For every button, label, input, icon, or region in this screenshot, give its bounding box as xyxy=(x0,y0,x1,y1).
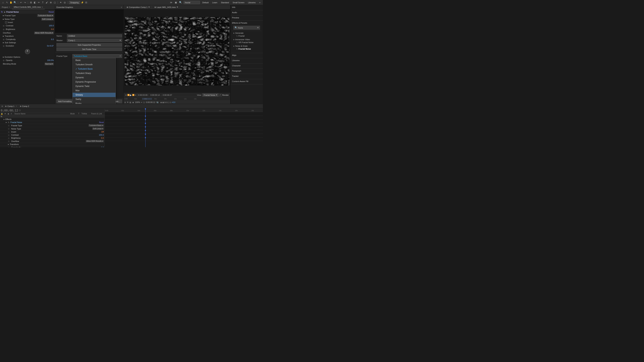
fractal-type-dropdown[interactable]: Turbulent Basic ▾ xyxy=(37,14,54,17)
menu-item-dynamic-progressive[interactable]: Dynamic Progressive xyxy=(72,80,116,84)
grid-icon[interactable]: ⊞ xyxy=(29,1,32,4)
view-icon-1[interactable]: ◉ xyxy=(160,101,162,103)
menu-item-dynamic[interactable]: Dynamic xyxy=(72,75,116,80)
audio-title[interactable]: Audio xyxy=(232,11,262,13)
zoom-icon[interactable]: 🔍 xyxy=(13,1,16,4)
tl-prop-icon-7[interactable]: ◎ xyxy=(8,146,10,147)
bottom-tab-comp1[interactable]: ◉ Comp 1 ≡ xyxy=(4,104,18,108)
transport-next[interactable]: ⏩ xyxy=(132,94,134,96)
clone-icon[interactable]: ⊕ xyxy=(49,1,52,4)
select-icon[interactable]: ↖ xyxy=(6,1,9,4)
workspace-libraries[interactable]: Libraries xyxy=(247,1,257,4)
expand-icon[interactable]: ≫ xyxy=(170,1,173,4)
contrast-value[interactable]: 100.0 xyxy=(49,24,54,27)
time-display[interactable]: 0;00;08;12 xyxy=(1,109,18,112)
bottom-expand-icon[interactable]: ≡ xyxy=(2,105,3,108)
effects-search-input[interactable] xyxy=(238,27,256,29)
fractal-expand-tl[interactable]: ▶ xyxy=(6,122,7,123)
eraser-icon[interactable]: ◻ xyxy=(53,1,56,4)
workspace-default[interactable]: Default xyxy=(201,1,210,4)
text-icon[interactable]: T xyxy=(41,1,44,4)
puppet-icon[interactable]: ✦ xyxy=(59,1,62,4)
opacity-value[interactable]: 100.0% xyxy=(47,59,54,61)
tl-prop-icon-5[interactable]: ◎ xyxy=(8,137,10,139)
workspace-smallscreen[interactable]: Small Screen xyxy=(232,1,245,4)
tl-contrast-val[interactable]: 100.0 xyxy=(99,134,104,136)
transport-icon-1[interactable]: ⊞ xyxy=(124,101,126,103)
solo-button[interactable]: Solo Supported Properties xyxy=(56,43,122,47)
menu-item-turbulent-sharp[interactable]: Turbulent Sharp xyxy=(72,71,116,75)
transform-expand-tl[interactable]: ▶ xyxy=(8,144,9,145)
menu-item-rocky[interactable]: Rocky xyxy=(72,101,116,104)
tl-prop-icon-6[interactable]: ◎ xyxy=(8,140,10,142)
project-tab-close[interactable]: ✕ xyxy=(9,6,10,8)
overflow-dropdown[interactable]: Allow HDR Results ▾ xyxy=(34,31,54,34)
mask-icon[interactable]: ◧ xyxy=(33,1,36,4)
effects-search-box[interactable]: 🔍 ✕ xyxy=(234,26,260,29)
evolution-value[interactable]: 0x+0.0° xyxy=(47,45,54,47)
tl-prop-icon-1[interactable]: ◎ xyxy=(8,124,10,126)
essential-graphics-menu[interactable]: ≡ xyxy=(121,6,122,8)
transport-cam-icon[interactable]: 📷 xyxy=(156,101,158,103)
tl-prop-icon-4[interactable]: ◎ xyxy=(8,134,10,136)
track-playhead[interactable] xyxy=(145,112,146,147)
view-icon-2[interactable]: ▣ xyxy=(162,101,164,103)
tree-item-fractal-noise[interactable]: fx Fractal Noise xyxy=(234,47,260,50)
content-aware-title[interactable]: Content-Aware Fill xyxy=(232,80,262,82)
align-icon[interactable]: ⊟ xyxy=(85,1,88,4)
transport-icon-6[interactable]: ◳ xyxy=(143,101,145,103)
effects-expand-tl[interactable]: ▶ xyxy=(4,118,5,120)
playhead-line[interactable] xyxy=(145,108,146,112)
view-icon-4[interactable]: ⊟ xyxy=(166,101,168,103)
evolution-options-expand[interactable]: ▶ xyxy=(3,56,4,58)
view-icon-3[interactable]: ⊞ xyxy=(164,101,166,103)
tab-project[interactable]: Project ✕ xyxy=(0,5,12,9)
comp-tab-main[interactable]: ▣ Composition Comp 1 ✕ xyxy=(125,5,152,9)
snapping-button[interactable]: Snapping xyxy=(69,1,80,4)
view-select[interactable]: Fractal Noise ▾ xyxy=(202,93,218,96)
workspace-learn[interactable]: Learn xyxy=(211,1,218,4)
tab-effect-controls[interactable]: Effect Controls IMG_1431.mov ✕ xyxy=(12,5,45,9)
prop-expand-fractal[interactable]: ▶ xyxy=(3,15,4,16)
tl-complexity-val[interactable]: 6.0 xyxy=(101,146,104,147)
magnet-icon[interactable]: ⚡ xyxy=(81,1,84,4)
evolution-anim-icon[interactable]: ◎ xyxy=(3,45,5,47)
character-title[interactable]: Character xyxy=(232,64,262,67)
brightness-anim-icon[interactable]: ◎ xyxy=(3,28,5,30)
fractal-type-select[interactable]: Turbulent Basic ▾ xyxy=(72,54,122,58)
menu-item-max[interactable]: Max xyxy=(72,88,116,93)
transport-begin[interactable]: ⏮ xyxy=(125,94,127,96)
poster-button[interactable]: Set Poster Time xyxy=(56,47,122,51)
expand-arrow[interactable]: ▶ xyxy=(4,11,6,13)
bottom-tab-comp2[interactable]: ◉ Comp 2 xyxy=(18,104,31,108)
workspace-standard[interactable]: Standard xyxy=(220,1,230,4)
menu-item-basic[interactable]: Basic xyxy=(72,58,116,62)
pen-icon[interactable]: ✏ xyxy=(37,1,40,4)
reset-button[interactable]: Reset xyxy=(48,11,54,13)
align-title[interactable]: Align xyxy=(232,54,262,56)
hand-icon[interactable]: ✋ xyxy=(10,1,13,4)
complexity-value[interactable]: 6.0 xyxy=(51,38,54,40)
menu-item-turbulent-basic[interactable]: Turbulent Basic xyxy=(72,67,116,71)
brush-icon[interactable]: 🖌 xyxy=(45,1,48,4)
transport-icon-2[interactable]: ⚑ xyxy=(127,101,128,103)
contrast-anim-icon[interactable]: ◎ xyxy=(3,25,5,27)
master-select[interactable]: Comp 1 ▾ xyxy=(67,39,122,42)
layer-tab-main[interactable]: ▣ Layer IMG_1431.mov ✕ xyxy=(153,6,180,8)
transport-end[interactable]: ⏭ xyxy=(135,94,136,96)
search-toolbar-icon[interactable]: 🔍 xyxy=(179,1,182,4)
main-search-input[interactable] xyxy=(184,1,200,4)
transform-expand[interactable]: ▶ xyxy=(3,35,4,37)
menu-item-smeary[interactable]: Smeary xyxy=(72,93,116,97)
tree-noise-header[interactable]: ▶ Noise & Grain xyxy=(234,44,260,47)
comp-time-current[interactable]: 0:00:03:09 xyxy=(138,94,148,96)
tl-overflow-val[interactable]: Allow HDR Results ▾ xyxy=(86,140,104,142)
fractal-reset-tl[interactable]: Reset xyxy=(99,121,104,123)
info-title[interactable]: Info xyxy=(232,6,262,8)
opacity-anim-icon[interactable]: ◎ xyxy=(3,59,5,61)
transport-prev[interactable]: ⏪ xyxy=(127,94,130,96)
transport-icon-4[interactable]: ◉ xyxy=(132,101,134,103)
preview-title[interactable]: Preview xyxy=(232,16,262,19)
transport-play[interactable]: ▶ xyxy=(130,94,132,96)
paragraph-title[interactable]: Paragraph xyxy=(232,70,262,72)
